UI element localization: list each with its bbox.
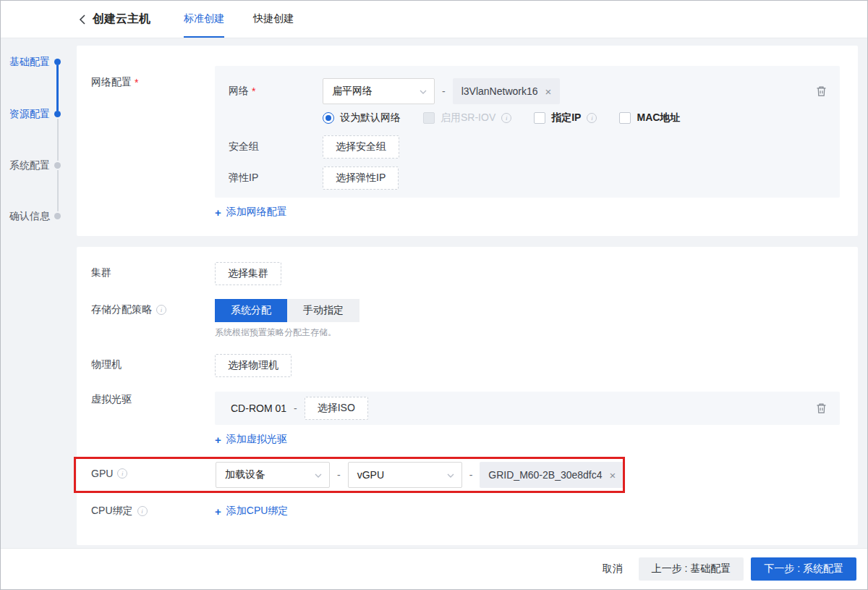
step-connector-1 — [56, 65, 59, 111]
default-network-label: 设为默认网络 — [340, 111, 401, 125]
add-cpu-pin-label: 添加CPU绑定 — [226, 505, 289, 518]
sriov-info-icon: i — [501, 113, 511, 123]
step-dot-3 — [54, 162, 61, 169]
stepper: 基础配置 资源配置 系统配置 确认信息 — [1, 38, 77, 589]
gpu-label: GPU — [91, 468, 113, 479]
storage-manual-assign-button[interactable]: 手动指定 — [287, 299, 359, 322]
select-iso-button[interactable]: 选择ISO — [305, 397, 368, 420]
add-network-config-label: 添加网络配置 — [226, 206, 287, 219]
storage-policy-hint: 系统根据预置策略分配主存储。 — [215, 326, 336, 339]
mac-address-checkbox[interactable]: MAC地址 — [619, 111, 680, 125]
network-type-select[interactable]: 扁平网络 — [323, 78, 435, 104]
select-eip-button[interactable]: 选择弹性IP — [323, 167, 399, 190]
storage-policy-toggle: 系统分配 手动指定 — [215, 299, 359, 322]
assign-ip-info-icon: i — [587, 113, 597, 123]
step-dot-4 — [54, 213, 61, 219]
gpu-device-tag: GRID_M60-2B_30e8dfc4 × — [480, 462, 624, 488]
tab-standard-create[interactable]: 标准创建 — [184, 1, 224, 38]
plus-icon: + — [215, 505, 221, 518]
host-label: 物理机 — [91, 358, 122, 371]
gpu-device-tag-label: GRID_M60-2B_30e8dfc4 — [488, 469, 602, 481]
select-host-button[interactable]: 选择物理机 — [215, 354, 292, 377]
page-title: 创建云主机 — [93, 1, 150, 38]
cpu-pin-label: CPU绑定 — [91, 505, 133, 518]
step-connector-2 — [57, 119, 59, 161]
plus-icon: + — [215, 206, 221, 219]
cdrom-name: CD-ROM 01 — [231, 403, 286, 414]
network-panel: 网络 * 扁平网络 - l3VlanNetwork16 × — [215, 66, 840, 198]
cluster-label: 集群 — [91, 266, 111, 279]
step-dot-2 — [54, 111, 61, 117]
storage-policy-info-icon: i — [156, 305, 166, 315]
network-config-card: 网络配置 * 网络 * 扁平网络 - l3VlanNetwork1 — [77, 46, 858, 236]
required-asterisk: * — [252, 85, 255, 97]
checkbox-icon — [534, 112, 545, 124]
l3-network-tag-label: l3VlanNetwork16 — [461, 85, 538, 97]
step-basic-config[interactable]: 基础配置 — [9, 54, 56, 69]
gpu-mode-value: 加载设备 — [225, 468, 265, 481]
add-cpu-pin-link[interactable]: + 添加CPU绑定 — [215, 505, 288, 518]
mac-address-label: MAC地址 — [637, 111, 680, 125]
dash-separator: - — [442, 85, 446, 97]
checkbox-icon — [619, 112, 631, 124]
chevron-down-icon — [420, 90, 427, 94]
trash-icon — [816, 85, 827, 97]
gpu-info-icon: i — [117, 468, 127, 479]
assign-ip-label: 指定IP — [551, 111, 581, 125]
trash-icon — [816, 403, 827, 414]
cdrom-panel: CD-ROM 01 - 选择ISO — [215, 392, 840, 425]
remove-network-tag-icon[interactable]: × — [545, 86, 552, 97]
delete-network-row-button[interactable] — [816, 85, 827, 97]
back-button[interactable] — [79, 1, 85, 38]
remove-gpu-tag-icon[interactable]: × — [610, 470, 616, 481]
network-type-value: 扁平网络 — [332, 85, 373, 98]
sriov-label: 启用SR-IOV — [441, 111, 495, 125]
step-system-config[interactable]: 系统配置 — [9, 158, 56, 172]
add-network-config-link[interactable]: + 添加网络配置 — [215, 206, 287, 219]
gpu-type-value: vGPU — [357, 469, 384, 481]
required-asterisk: * — [135, 77, 138, 88]
step-resource-config[interactable]: 资源配置 — [9, 106, 56, 121]
chevron-down-icon — [315, 473, 322, 478]
create-vm-page: 创建云主机 标准创建 快捷创建 基础配置 资源配置 系统配置 确认信息 网络配置… — [0, 0, 868, 590]
add-cdrom-link[interactable]: + 添加虚拟光驱 — [215, 433, 287, 446]
chevron-down-icon — [447, 473, 454, 478]
dash-separator: - — [294, 403, 297, 414]
storage-policy-label: 存储分配策略 — [91, 303, 152, 316]
dash-separator: - — [337, 469, 341, 481]
network-label: 网络 — [229, 85, 249, 98]
gpu-mode-select[interactable]: 加载设备 — [216, 462, 330, 488]
cancel-button[interactable]: 取消 — [603, 562, 623, 576]
assign-ip-checkbox[interactable]: 指定IP i — [534, 111, 597, 125]
checkbox-disabled-icon — [423, 112, 435, 124]
add-cdrom-label: 添加虚拟光驱 — [226, 433, 287, 446]
cpu-pin-info-icon: i — [137, 506, 148, 516]
select-security-group-button[interactable]: 选择安全组 — [323, 135, 399, 159]
network-config-label: 网络配置 — [91, 76, 132, 89]
security-group-label: 安全组 — [229, 140, 323, 153]
next-step-button[interactable]: 下一步 : 系统配置 — [751, 557, 856, 581]
main-area: 基础配置 资源配置 系统配置 确认信息 网络配置 * 网络 — [1, 38, 867, 589]
footer-bar: 取消 上一步 : 基础配置 下一步 : 系统配置 — [1, 548, 867, 589]
l3-network-tag: l3VlanNetwork16 × — [453, 78, 561, 104]
step-connector-3 — [57, 170, 59, 211]
resource-config-card: 集群 选择集群 存储分配策略 i 系统分配 手动指定 系统根据预置策略分配主存储… — [77, 247, 858, 545]
select-cluster-button[interactable]: 选择集群 — [215, 262, 281, 285]
default-network-radio[interactable]: 设为默认网络 — [323, 111, 401, 125]
delete-cdrom-button[interactable] — [816, 403, 827, 414]
step-dot-1 — [54, 59, 61, 65]
dash-separator: - — [469, 469, 473, 481]
eip-label: 弹性IP — [229, 172, 323, 185]
sriov-checkbox: 启用SR-IOV i — [423, 111, 511, 125]
step-confirm-info[interactable]: 确认信息 — [9, 208, 56, 223]
gpu-type-select[interactable]: vGPU — [348, 462, 462, 488]
cdrom-label: 虚拟光驱 — [91, 393, 132, 406]
page-header: 创建云主机 标准创建 快捷创建 — [1, 1, 867, 38]
back-chevron-icon — [79, 14, 85, 25]
plus-icon: + — [215, 434, 221, 446]
tab-quick-create[interactable]: 快捷创建 — [253, 1, 294, 38]
radio-selected-icon — [323, 112, 334, 124]
storage-system-assign-button[interactable]: 系统分配 — [215, 299, 287, 322]
prev-step-button[interactable]: 上一步 : 基础配置 — [639, 557, 744, 581]
